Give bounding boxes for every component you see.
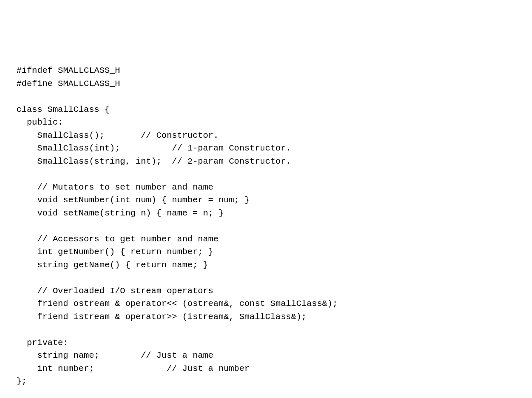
code-line: int getNumber() { return number; }: [16, 247, 213, 257]
code-line: string name; // Just a name: [16, 351, 213, 360]
code-line: };: [16, 377, 27, 386]
code-line: // Overloaded I/O stream operators: [16, 286, 213, 296]
code-block: #ifndef SMALLCLASS_H #define SMALLCLASS_…: [16, 64, 516, 398]
code-line: int number; // Just a number: [16, 364, 250, 373]
code-line: // Mutators to set number and name: [16, 183, 213, 192]
code-line: public:: [16, 118, 63, 127]
code-line: string getName() { return name; }: [16, 260, 208, 270]
code-line: void setName(string n) { name = n; }: [16, 208, 224, 218]
code-line: SmallClass(string, int); // 2-param Cons…: [16, 157, 291, 166]
code-line: // Accessors to get number and name: [16, 234, 218, 244]
code-line: friend istream & operator>> (istream&, S…: [16, 312, 307, 322]
code-line: #ifndef SMALLCLASS_H: [16, 66, 120, 75]
code-line: void setNumber(int num) { number = num; …: [16, 195, 250, 205]
code-line: private:: [16, 338, 68, 347]
code-line: SmallClass(int); // 1-param Constructor.: [16, 143, 291, 153]
code-line: class SmallClass {: [16, 105, 110, 114]
code-line: friend ostream & operator<< (ostream&, c…: [16, 299, 338, 308]
code-line: #define SMALLCLASS_H: [16, 79, 120, 88]
code-line: SmallClass(); // Constructor.: [16, 131, 218, 140]
